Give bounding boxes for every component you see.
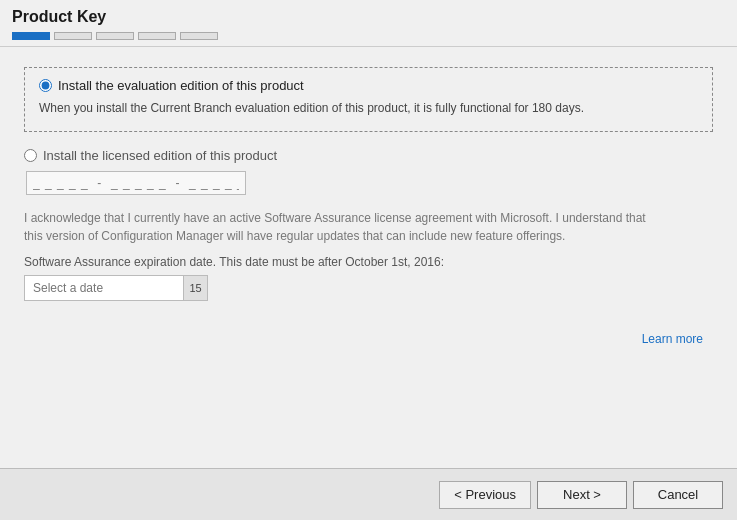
learn-more-link[interactable]: Learn more — [642, 332, 703, 346]
progress-segment-3 — [96, 32, 134, 40]
evaluation-description: When you install the Current Branch eval… — [39, 99, 698, 117]
progress-bar — [12, 32, 725, 40]
progress-segment-5 — [180, 32, 218, 40]
licensed-radio[interactable] — [24, 149, 37, 162]
licensed-section: Install the licensed edition of this pro… — [24, 148, 713, 195]
calendar-button[interactable]: 15 — [184, 275, 208, 301]
assurance-text: I acknowledge that I currently have an a… — [24, 209, 664, 245]
product-key-input[interactable] — [26, 171, 246, 195]
footer: < Previous Next > Cancel — [0, 468, 737, 520]
next-button[interactable]: Next > — [537, 481, 627, 509]
date-picker-row: 15 — [24, 275, 713, 301]
progress-segment-4 — [138, 32, 176, 40]
date-input[interactable] — [24, 275, 184, 301]
licensed-radio-label[interactable]: Install the licensed edition of this pro… — [43, 148, 277, 163]
learn-more-row: Learn more — [24, 331, 713, 346]
page-title: Product Key — [12, 8, 725, 26]
evaluation-section: Install the evaluation edition of this p… — [24, 67, 713, 132]
previous-button[interactable]: < Previous — [439, 481, 531, 509]
expiration-label: Software Assurance expiration date. This… — [24, 255, 713, 269]
evaluation-radio-label[interactable]: Install the evaluation edition of this p… — [58, 78, 304, 93]
main-content: Install the evaluation edition of this p… — [0, 47, 737, 455]
evaluation-radio[interactable] — [39, 79, 52, 92]
licensed-radio-row[interactable]: Install the licensed edition of this pro… — [24, 148, 713, 163]
cancel-button[interactable]: Cancel — [633, 481, 723, 509]
progress-segment-1 — [12, 32, 50, 40]
product-key-input-row — [26, 171, 713, 195]
evaluation-radio-row[interactable]: Install the evaluation edition of this p… — [39, 78, 698, 93]
progress-segment-2 — [54, 32, 92, 40]
title-bar: Product Key — [0, 0, 737, 47]
